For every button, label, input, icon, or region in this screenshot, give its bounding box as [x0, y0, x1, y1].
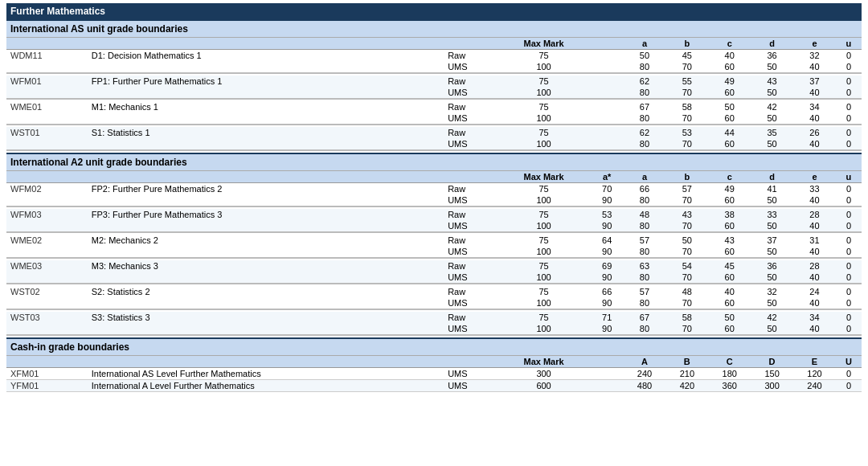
grade-boundaries-table: Further MathematicsInternational AS unit…: [6, 3, 862, 392]
col-header-9: e: [793, 171, 836, 183]
table-row: UMS1009080706050400: [6, 246, 862, 258]
col-header-6: b: [665, 38, 708, 50]
col-headers-intl-a2: Max Marka*abcdeu: [6, 171, 862, 183]
col-headers-cashin: Max MarkABCDEU: [6, 356, 862, 368]
section-header-intl-a2: International A2 unit grade boundaries: [6, 153, 862, 171]
col-header-0: [6, 38, 85, 50]
col-header-3: Max Mark: [497, 171, 591, 183]
main-title: Further Mathematics: [6, 3, 862, 20]
col-header-10: u: [836, 171, 862, 183]
page-wrapper: Further MathematicsInternational AS unit…: [0, 0, 868, 395]
col-header-0: [6, 171, 85, 183]
table-row: YFM01International A Level Further Mathe…: [6, 380, 862, 392]
table-row: WFM01FP1: Further Pure Mathematics 1Raw7…: [6, 76, 862, 87]
table-row: UMS1009080706050400: [6, 297, 862, 309]
col-header-4: a*: [591, 171, 624, 183]
col-header-1: [85, 38, 444, 50]
col-header-10: u: [836, 38, 862, 50]
table-row: UMS10080706050400: [6, 61, 862, 73]
col-header-4: [591, 38, 624, 50]
col-header-2: [444, 171, 497, 183]
col-header-8: D: [751, 356, 793, 368]
table-row: XFM01International AS Level Further Math…: [6, 368, 862, 380]
col-header-5: a: [624, 38, 666, 50]
section-header-cashin: Cash-in grade boundaries: [6, 338, 862, 356]
table-row: WME01M1: Mechanics 1Raw7567585042340: [6, 101, 862, 112]
table-row: WFM03FP3: Further Pure Mathematics 3Raw7…: [6, 209, 862, 220]
col-header-3: Max Mark: [497, 38, 591, 50]
col-header-4: [591, 356, 624, 368]
col-header-10: U: [836, 356, 862, 368]
col-header-6: B: [665, 356, 708, 368]
col-header-8: d: [751, 171, 793, 183]
col-header-1: [85, 171, 444, 183]
section-header-intl-as: International AS unit grade boundaries: [6, 20, 862, 38]
table-row: WST01S1: Statistics 1Raw7562534435260: [6, 127, 862, 138]
table-row: WDM11D1: Decision Mathematics 1Raw755045…: [6, 50, 862, 62]
col-header-7: C: [708, 356, 751, 368]
col-header-5: a: [624, 171, 666, 183]
col-header-1: [85, 356, 444, 368]
table-row: WME02M2: Mechanics 2Raw756457504337310: [6, 235, 862, 246]
table-row: UMS1009080706050400: [6, 220, 862, 232]
table-row: WST02S2: Statistics 2Raw756657484032240: [6, 286, 862, 297]
table-row: WME03M3: Mechanics 3Raw756963544536280: [6, 260, 862, 272]
col-header-9: E: [793, 356, 836, 368]
table-row: UMS1009080706050400: [6, 194, 862, 206]
col-header-5: A: [624, 356, 666, 368]
col-header-3: Max Mark: [497, 356, 591, 368]
col-header-0: [6, 356, 85, 368]
table-row: WFM02FP2: Further Pure Mathematics 2Raw7…: [6, 183, 862, 195]
col-header-8: d: [751, 38, 793, 50]
table-row: UMS10080706050400: [6, 138, 862, 150]
col-header-7: c: [708, 38, 751, 50]
col-header-6: b: [665, 171, 708, 183]
col-header-9: e: [793, 38, 836, 50]
col-header-2: [444, 356, 497, 368]
col-headers-intl-as: Max Markabcdeu: [6, 38, 862, 50]
table-row: UMS1009080706050400: [6, 272, 862, 284]
table-row: UMS1009080706050400: [6, 323, 862, 335]
col-header-7: c: [708, 171, 751, 183]
table-row: UMS10080706050400: [6, 87, 862, 99]
col-header-2: [444, 38, 497, 50]
table-row: WST03S3: Statistics 3Raw757167585042340: [6, 312, 862, 323]
table-row: UMS10080706050400: [6, 112, 862, 125]
